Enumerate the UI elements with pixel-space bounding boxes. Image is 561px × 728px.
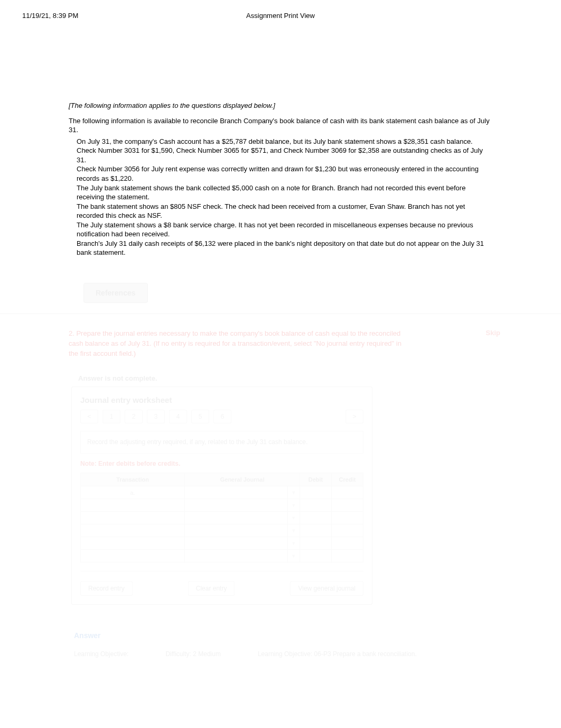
debit-cell[interactable] [300, 499, 332, 512]
gj-cell[interactable] [185, 512, 288, 524]
gj-cell[interactable] [185, 550, 288, 563]
dropdown-arrow-icon[interactable]: ▾ [288, 512, 300, 524]
page-title: Assignment Print View [246, 12, 315, 20]
debit-credit-note: Note: Enter debits before credits. [80, 460, 363, 467]
lead-in-text: The following information is available t… [69, 117, 492, 135]
worksheet-title: Journal entry worksheet [80, 395, 363, 404]
info-list: On July 31, the company's Cash account h… [69, 137, 492, 257]
worksheet-tabs: < 1 2 3 4 5 6 > [80, 410, 363, 423]
info-item: Branch's July 31 daily cash receipts of … [77, 239, 492, 257]
gj-cell[interactable] [185, 537, 288, 550]
info-item: The bank statement shows an $805 NSF che… [77, 202, 492, 220]
tx-cell[interactable] [81, 550, 185, 563]
col-debit: Debit [300, 473, 332, 486]
worksheet-nav: Record entry Clear entry View general jo… [80, 571, 363, 596]
skip-badge: Skip [486, 329, 500, 337]
table-row: ▾ [81, 550, 363, 563]
tx-cell[interactable] [81, 499, 185, 512]
info-item: Check Number 3031 for $1,590, Check Numb… [77, 146, 492, 164]
difficulty-label: Difficulty: 2 Medium [165, 650, 220, 658]
timestamp: 11/19/21, 8:39 PM [22, 12, 78, 20]
clear-entry-button[interactable]: Clear entry [188, 581, 235, 596]
debit-cell[interactable] [300, 524, 332, 537]
info-item: On July 31, the company's Cash account h… [77, 137, 492, 146]
dropdown-arrow-icon[interactable]: ▾ [288, 524, 300, 537]
tab-next[interactable]: > [345, 410, 363, 423]
learning-objective-label: Learning Objective: [74, 650, 128, 658]
info-item: The July bank statement shows the bank c… [77, 183, 492, 202]
tab-2[interactable]: 2 [125, 410, 143, 423]
gj-cell[interactable] [185, 486, 288, 499]
credit-cell[interactable] [332, 512, 363, 524]
gj-cell[interactable] [185, 499, 288, 512]
instruction-text: Record the adjusting entry required, if … [80, 431, 363, 454]
dropdown-arrow-icon[interactable]: ▾ [288, 486, 300, 499]
tab-5[interactable]: 5 [191, 410, 209, 423]
learning-objective-text: Learning Objective: 06-P3 Prepare a bank… [258, 650, 417, 658]
tab-3[interactable]: 3 [147, 410, 165, 423]
journal-table: Transaction General Journal Debit Credit… [80, 473, 363, 563]
applies-note: [The following information applies to th… [69, 102, 492, 109]
dropdown-arrow-icon[interactable]: ▾ [288, 550, 300, 563]
tab-6[interactable]: 6 [213, 410, 231, 423]
gj-cell[interactable] [185, 524, 288, 537]
tx-cell[interactable]: a. [81, 486, 185, 499]
view-journal-button[interactable]: View general journal [290, 581, 363, 596]
answer-metadata: Answer Learning Objective: Difficulty: 2… [69, 631, 492, 658]
table-row: ▾ [81, 524, 363, 537]
dropdown-arrow-icon[interactable]: ▾ [288, 537, 300, 550]
info-item: Check Number 3056 for July rent expense … [77, 164, 492, 183]
credit-cell[interactable] [332, 486, 363, 499]
tx-cell[interactable] [81, 524, 185, 537]
dropdown-arrow-icon[interactable]: ▾ [288, 499, 300, 512]
record-entry-button[interactable]: Record entry [80, 581, 133, 596]
debit-cell[interactable] [300, 486, 332, 499]
table-row: ▾ [81, 512, 363, 524]
tx-cell[interactable] [81, 512, 185, 524]
col-transaction: Transaction [81, 473, 185, 486]
references-button[interactable]: References [83, 283, 148, 303]
tab-prev[interactable]: < [80, 410, 98, 423]
answer-incomplete-label: Answer is not complete. [78, 374, 492, 382]
credit-cell[interactable] [332, 537, 363, 550]
debit-cell[interactable] [300, 550, 332, 563]
journal-worksheet-card: Journal entry worksheet < 1 2 3 4 5 6 > … [71, 386, 372, 605]
question-prompt: 2. Prepare the journal entries necessary… [69, 329, 407, 359]
credit-cell[interactable] [332, 499, 363, 512]
credit-cell[interactable] [332, 550, 363, 563]
table-row: ▾ [81, 537, 363, 550]
tx-cell[interactable] [81, 537, 185, 550]
tab-4[interactable]: 4 [169, 410, 187, 423]
tab-1[interactable]: 1 [102, 410, 120, 423]
info-item: The July statement shows a $8 bank servi… [77, 220, 492, 239]
credit-cell[interactable] [332, 524, 363, 537]
answer-link[interactable]: Answer [74, 631, 492, 640]
col-general-journal: General Journal [185, 473, 300, 486]
table-row: a. ▾ [81, 486, 363, 499]
debit-cell[interactable] [300, 512, 332, 524]
debit-cell[interactable] [300, 537, 332, 550]
table-row: ▾ [81, 499, 363, 512]
col-credit: Credit [332, 473, 363, 486]
